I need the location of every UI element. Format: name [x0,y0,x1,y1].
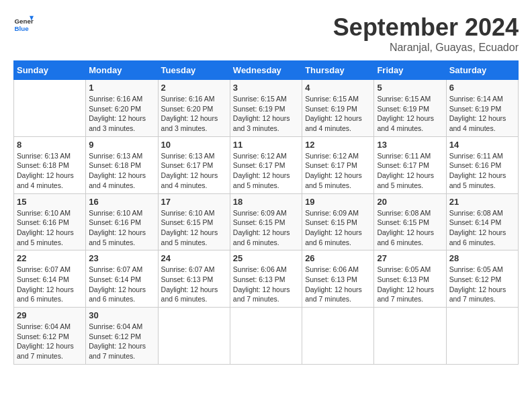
calendar-cell [158,308,230,365]
page-header: General Blue September 2024 Naranjal, Gu… [13,13,519,54]
calendar-cell: 15Sunrise: 6:10 AMSunset: 6:16 PMDayligh… [14,193,86,250]
day-info: Sunrise: 6:05 AMSunset: 6:13 PMDaylight:… [377,265,443,304]
calendar-week-row: 8Sunrise: 6:13 AMSunset: 6:18 PMDaylight… [14,136,519,193]
calendar-week-row: 29Sunrise: 6:04 AMSunset: 6:12 PMDayligh… [14,308,519,365]
calendar-cell [446,308,518,365]
calendar-cell: 16Sunrise: 6:10 AMSunset: 6:16 PMDayligh… [86,193,158,250]
calendar-cell: 4Sunrise: 6:15 AMSunset: 6:19 PMDaylight… [302,80,374,137]
calendar-body: 1Sunrise: 6:16 AMSunset: 6:20 PMDaylight… [14,80,519,365]
calendar-cell: 20Sunrise: 6:08 AMSunset: 6:15 PMDayligh… [374,193,446,250]
calendar-cell: 22Sunrise: 6:07 AMSunset: 6:14 PMDayligh… [14,250,86,308]
calendar-cell [14,80,86,137]
calendar-cell: 13Sunrise: 6:11 AMSunset: 6:17 PMDayligh… [374,136,446,193]
day-of-week-header: Friday [374,61,446,80]
day-info: Sunrise: 6:10 AMSunset: 6:16 PMDaylight:… [17,208,83,248]
day-number: 24 [161,253,227,263]
day-number: 2 [161,83,227,93]
day-number: 23 [89,253,154,263]
day-info: Sunrise: 6:15 AMSunset: 6:19 PMDaylight:… [377,94,443,134]
calendar-cell: 8Sunrise: 6:13 AMSunset: 6:18 PMDaylight… [14,136,86,193]
calendar-cell: 18Sunrise: 6:09 AMSunset: 6:15 PMDayligh… [230,193,302,250]
calendar-week-row: 1Sunrise: 6:16 AMSunset: 6:20 PMDaylight… [14,80,519,137]
day-number: 18 [233,197,299,207]
day-number: 11 [233,140,299,150]
day-number: 14 [449,140,515,150]
day-number: 13 [377,140,443,150]
day-of-week-header: Monday [86,61,158,80]
day-number: 25 [233,253,299,263]
day-number: 9 [89,140,154,150]
calendar-cell: 6Sunrise: 6:14 AMSunset: 6:19 PMDaylight… [446,80,518,137]
day-of-week-header: Sunday [14,61,86,80]
calendar-cell: 5Sunrise: 6:15 AMSunset: 6:19 PMDaylight… [374,80,446,137]
day-number: 28 [449,253,515,263]
calendar-cell [230,308,302,365]
calendar-cell: 23Sunrise: 6:07 AMSunset: 6:14 PMDayligh… [86,250,158,308]
calendar-cell: 21Sunrise: 6:08 AMSunset: 6:14 PMDayligh… [446,193,518,250]
calendar-cell: 25Sunrise: 6:06 AMSunset: 6:13 PMDayligh… [230,250,302,308]
day-number: 15 [17,197,83,207]
day-of-week-header: Wednesday [230,61,302,80]
day-info: Sunrise: 6:04 AMSunset: 6:12 PMDaylight:… [17,322,83,361]
day-info: Sunrise: 6:13 AMSunset: 6:18 PMDaylight:… [17,151,83,191]
day-info: Sunrise: 6:13 AMSunset: 6:17 PMDaylight:… [161,151,227,191]
calendar-cell: 9Sunrise: 6:13 AMSunset: 6:18 PMDaylight… [86,136,158,193]
day-number: 6 [449,83,515,93]
calendar-cell: 29Sunrise: 6:04 AMSunset: 6:12 PMDayligh… [14,308,86,365]
day-info: Sunrise: 6:13 AMSunset: 6:18 PMDaylight:… [89,151,154,191]
day-number: 1 [89,83,154,93]
logo: General Blue [13,13,34,34]
day-of-week-header: Tuesday [158,61,230,80]
day-number: 19 [305,197,371,207]
day-info: Sunrise: 6:11 AMSunset: 6:17 PMDaylight:… [377,151,443,191]
day-number: 8 [17,140,83,150]
day-info: Sunrise: 6:15 AMSunset: 6:19 PMDaylight:… [305,94,371,134]
day-info: Sunrise: 6:06 AMSunset: 6:13 PMDaylight:… [305,265,371,304]
day-number: 20 [377,197,443,207]
svg-text:General: General [15,17,34,25]
calendar-cell [374,308,446,365]
header-row: SundayMondayTuesdayWednesdayThursdayFrid… [14,61,519,80]
day-info: Sunrise: 6:15 AMSunset: 6:19 PMDaylight:… [233,94,299,134]
day-info: Sunrise: 6:05 AMSunset: 6:12 PMDaylight:… [449,265,515,304]
calendar-week-row: 15Sunrise: 6:10 AMSunset: 6:16 PMDayligh… [14,193,519,250]
day-info: Sunrise: 6:09 AMSunset: 6:15 PMDaylight:… [233,208,299,248]
day-info: Sunrise: 6:07 AMSunset: 6:14 PMDaylight:… [17,265,83,304]
day-of-week-header: Thursday [302,61,374,80]
day-number: 21 [449,197,515,207]
calendar-header: SundayMondayTuesdayWednesdayThursdayFrid… [14,61,519,80]
day-number: 10 [161,140,227,150]
calendar-cell: 1Sunrise: 6:16 AMSunset: 6:20 PMDaylight… [86,80,158,137]
day-info: Sunrise: 6:10 AMSunset: 6:15 PMDaylight:… [161,208,227,248]
calendar-cell: 2Sunrise: 6:16 AMSunset: 6:20 PMDaylight… [158,80,230,137]
day-info: Sunrise: 6:11 AMSunset: 6:16 PMDaylight:… [449,151,515,191]
day-info: Sunrise: 6:10 AMSunset: 6:16 PMDaylight:… [89,208,154,248]
day-of-week-header: Saturday [446,61,518,80]
day-info: Sunrise: 6:08 AMSunset: 6:15 PMDaylight:… [377,208,443,248]
calendar-cell: 26Sunrise: 6:06 AMSunset: 6:13 PMDayligh… [302,250,374,308]
day-info: Sunrise: 6:07 AMSunset: 6:13 PMDaylight:… [161,265,227,304]
calendar-cell: 12Sunrise: 6:12 AMSunset: 6:17 PMDayligh… [302,136,374,193]
day-info: Sunrise: 6:09 AMSunset: 6:15 PMDaylight:… [305,208,371,248]
day-info: Sunrise: 6:06 AMSunset: 6:13 PMDaylight:… [233,265,299,304]
day-number: 17 [161,197,227,207]
calendar-cell: 17Sunrise: 6:10 AMSunset: 6:15 PMDayligh… [158,193,230,250]
calendar-cell [302,308,374,365]
title-block: September 2024 Naranjal, Guayas, Ecuador [333,13,519,54]
location: Naranjal, Guayas, Ecuador [333,42,519,54]
day-info: Sunrise: 6:14 AMSunset: 6:19 PMDaylight:… [449,94,515,134]
day-number: 26 [305,253,371,263]
calendar-cell: 19Sunrise: 6:09 AMSunset: 6:15 PMDayligh… [302,193,374,250]
calendar-week-row: 22Sunrise: 6:07 AMSunset: 6:14 PMDayligh… [14,250,519,308]
calendar-cell: 11Sunrise: 6:12 AMSunset: 6:17 PMDayligh… [230,136,302,193]
day-info: Sunrise: 6:04 AMSunset: 6:12 PMDaylight:… [89,322,154,361]
calendar-cell: 30Sunrise: 6:04 AMSunset: 6:12 PMDayligh… [86,308,158,365]
month-title: September 2024 [333,13,519,42]
logo-icon: General Blue [13,13,34,34]
day-number: 16 [89,197,154,207]
calendar-cell: 10Sunrise: 6:13 AMSunset: 6:17 PMDayligh… [158,136,230,193]
day-number: 22 [17,253,83,263]
calendar-table: SundayMondayTuesdayWednesdayThursdayFrid… [13,60,519,365]
day-info: Sunrise: 6:16 AMSunset: 6:20 PMDaylight:… [89,94,154,134]
calendar-cell: 24Sunrise: 6:07 AMSunset: 6:13 PMDayligh… [158,250,230,308]
